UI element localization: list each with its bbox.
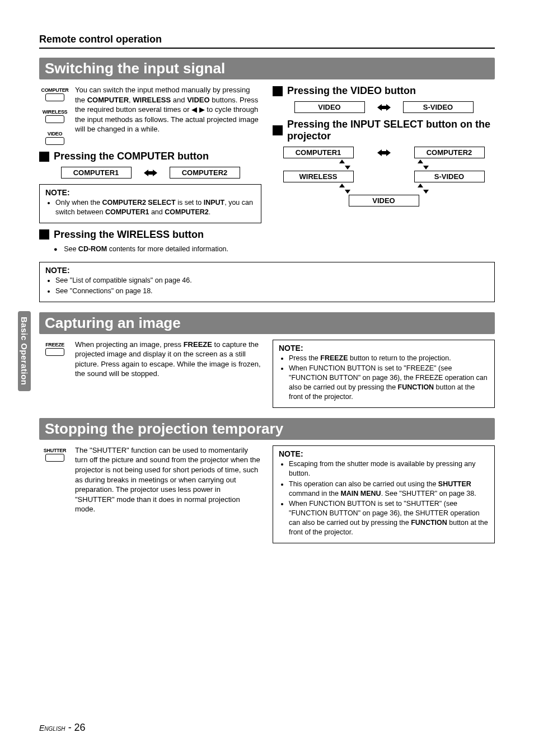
switching-columns: COMPUTER WIRELESS VIDEO You can switch t… bbox=[39, 85, 495, 256]
text: and bbox=[171, 96, 187, 104]
subhead-computer: Pressing the COMPUTER button bbox=[39, 151, 261, 162]
grid-row-center: VIDEO bbox=[283, 195, 485, 206]
text-bold: COMPUTER2 bbox=[165, 208, 208, 216]
grid-row: WIRELESS S-VIDEO bbox=[283, 171, 485, 182]
note-body: See "List of compatible signals" on page… bbox=[45, 276, 489, 296]
computer-signal-row: COMPUTER1 COMPUTER2 bbox=[39, 167, 261, 179]
svg-marker-1 bbox=[377, 104, 391, 111]
capturing-right-col: NOTE: Press the FREEZE button to return … bbox=[273, 340, 495, 408]
page-content: Remote control operation Switching the i… bbox=[0, 0, 534, 566]
note-title: NOTE: bbox=[279, 344, 489, 353]
switching-intro-row: COMPUTER WIRELESS VIDEO You can switch t… bbox=[39, 85, 261, 145]
signal-box: COMPUTER1 bbox=[283, 147, 354, 158]
stopping-body: The "SHUTTER" function can be used to mo… bbox=[75, 445, 261, 514]
svg-marker-6 bbox=[423, 166, 429, 170]
remote-btn-label: VIDEO bbox=[48, 131, 63, 137]
svg-marker-7 bbox=[339, 184, 345, 187]
vertical-double-arrow-icon bbox=[339, 159, 350, 170]
text-bold: COMPUTER2 SELECT bbox=[102, 199, 175, 206]
text: contents for more detailed information. bbox=[107, 245, 228, 253]
text-bold: FUNCTION bbox=[398, 383, 434, 391]
svg-marker-3 bbox=[339, 159, 345, 163]
signal-box: COMPUTER2 bbox=[414, 147, 485, 158]
svg-marker-4 bbox=[345, 166, 350, 170]
section-bar-capturing: Capturing an image bbox=[39, 312, 495, 334]
text-bold: CD-ROM bbox=[78, 245, 107, 253]
remote-btn-label: FREEZE bbox=[45, 342, 64, 348]
remote-btn-video: VIDEO bbox=[45, 131, 64, 145]
text-bold: COMPUTER bbox=[87, 96, 129, 104]
subhead-label: Pressing the VIDEO button bbox=[287, 85, 416, 97]
svg-marker-0 bbox=[144, 170, 157, 176]
button-icon bbox=[45, 93, 64, 101]
signal-box: S-VIDEO bbox=[414, 171, 485, 182]
page-footer: English - 26 bbox=[39, 722, 86, 734]
subhead-wireless: Pressing the WIRELESS button bbox=[39, 229, 261, 241]
text: is set to bbox=[176, 199, 204, 206]
subhead-label: Pressing the WIRELESS button bbox=[54, 229, 204, 241]
button-icon bbox=[45, 454, 64, 462]
svg-marker-2 bbox=[377, 149, 391, 156]
note-item: Press the FREEZE button to return to the… bbox=[289, 354, 489, 363]
text-bold: SHUTTER bbox=[438, 480, 471, 488]
capturing-intro-row: FREEZE When projecting an image, press F… bbox=[39, 340, 261, 379]
v-arrow-row bbox=[283, 158, 485, 171]
text: command in the bbox=[289, 490, 340, 497]
remote-btn-label: SHUTTER bbox=[44, 448, 66, 453]
v-arrow-row bbox=[283, 182, 485, 195]
square-bullet-icon bbox=[39, 152, 49, 162]
vertical-double-arrow-icon bbox=[418, 159, 429, 170]
text: Press the bbox=[289, 354, 320, 362]
note-title: NOTE: bbox=[45, 188, 255, 197]
button-icon bbox=[45, 115, 64, 123]
remote-buttons-col: COMPUTER WIRELESS VIDEO bbox=[39, 85, 71, 145]
switching-right-col: Pressing the VIDEO button VIDEO S-VIDEO … bbox=[273, 85, 495, 256]
note-box-computer: NOTE: Only when the COMPUTER2 SELECT is … bbox=[39, 184, 261, 223]
text-bold: FREEZE bbox=[184, 340, 212, 349]
remote-button-col: SHUTTER bbox=[39, 445, 71, 514]
note-box-switching-bottom: NOTE: See "List of compatible signals" o… bbox=[39, 262, 495, 302]
text: When projecting an image, press bbox=[75, 340, 184, 349]
double-arrow-icon bbox=[377, 104, 391, 111]
wireless-bullet: See CD-ROM contents for more detailed in… bbox=[54, 245, 261, 253]
page-title: Remote control operation bbox=[39, 34, 495, 45]
text: and bbox=[149, 208, 165, 216]
signal-box: VIDEO bbox=[349, 195, 419, 206]
signal-box: COMPUTER2 bbox=[170, 167, 240, 179]
signal-box: VIDEO bbox=[294, 101, 365, 113]
switching-left-col: COMPUTER WIRELESS VIDEO You can switch t… bbox=[39, 85, 261, 256]
note-item: When FUNCTION BUTTON is set to "FREEZE" … bbox=[289, 364, 489, 402]
signal-box: WIRELESS bbox=[283, 171, 354, 182]
square-bullet-icon bbox=[273, 125, 283, 135]
note-item: This operation can also be carried out u… bbox=[289, 480, 489, 499]
note-item: See "Connections" on page 18. bbox=[55, 287, 489, 296]
note-body: Only when the COMPUTER2 SELECT is set to… bbox=[45, 198, 255, 217]
text: This operation can also be carried out u… bbox=[289, 480, 438, 488]
signal-box: S-VIDEO bbox=[403, 101, 474, 113]
stopping-right-col: NOTE: Escaping from the shutter mode is … bbox=[273, 445, 495, 543]
square-bullet-icon bbox=[273, 86, 283, 96]
note-item: See "List of compatible signals" on page… bbox=[55, 276, 489, 285]
remote-button-col: FREEZE bbox=[39, 340, 71, 379]
subhead-input-select: Pressing the INPUT SELECT button on the … bbox=[273, 119, 495, 142]
footer-sep: - bbox=[65, 722, 74, 733]
text-bold: FUNCTION bbox=[411, 519, 447, 527]
signal-box: COMPUTER1 bbox=[61, 167, 132, 179]
page-title-area: Remote control operation bbox=[39, 34, 495, 49]
note-item: Only when the COMPUTER2 SELECT is set to… bbox=[55, 198, 255, 217]
remote-btn-wireless: WIRELESS bbox=[43, 109, 68, 123]
switching-intro-text: You can switch the input method manually… bbox=[75, 85, 261, 145]
subhead-video: Pressing the VIDEO button bbox=[273, 85, 495, 97]
vertical-double-arrow-icon bbox=[418, 184, 429, 194]
text-bold: COMPUTER1 bbox=[105, 208, 149, 216]
input-select-grid: COMPUTER1 COMPUTER2 WIRELESS S-VIDEO bbox=[283, 147, 485, 206]
note-title: NOTE: bbox=[45, 266, 489, 275]
footer-lang: English bbox=[39, 724, 65, 732]
stopping-columns: SHUTTER The "SHUTTER" function can be us… bbox=[39, 445, 495, 543]
note-body: Press the FREEZE button to return to the… bbox=[279, 354, 489, 402]
video-signal-row: VIDEO S-VIDEO bbox=[273, 101, 495, 113]
capturing-body: When projecting an image, press FREEZE t… bbox=[75, 340, 261, 379]
note-item: Escaping from the shutter mode is availa… bbox=[289, 459, 489, 478]
remote-btn-computer: COMPUTER bbox=[41, 87, 68, 101]
remote-btn-shutter: SHUTTER bbox=[44, 448, 66, 462]
